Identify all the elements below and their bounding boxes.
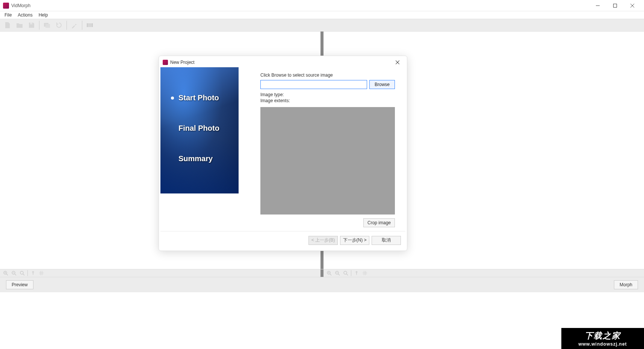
dialog-icon <box>163 60 168 65</box>
toolbar-separator <box>39 21 39 30</box>
grid-icon[interactable] <box>361 270 368 276</box>
svg-point-17 <box>20 271 23 274</box>
window-controls <box>589 0 641 11</box>
toolbar-refresh-icon[interactable] <box>54 20 64 30</box>
svg-rect-7 <box>87 23 93 27</box>
toolbar-images-icon[interactable] <box>42 20 52 30</box>
svg-line-28 <box>338 274 340 275</box>
minimize-button[interactable] <box>589 0 606 11</box>
titlebar: VidMorph <box>0 0 644 11</box>
toolbar-new-icon[interactable] <box>2 20 13 30</box>
lower-toolbar <box>0 269 644 277</box>
toolbar-wrench-icon[interactable] <box>69 20 80 30</box>
image-type-label: Image type: <box>260 92 395 97</box>
svg-line-31 <box>346 274 348 275</box>
svg-rect-6 <box>45 24 50 28</box>
wizard-content: Click Browse to select source image Brow… <box>239 67 405 231</box>
lower-separator <box>351 270 351 276</box>
next-button[interactable]: 下一步(N) > <box>340 236 369 245</box>
instruction-label: Click Browse to select source image <box>260 73 395 78</box>
menu-help[interactable]: Help <box>36 12 51 18</box>
svg-line-15 <box>15 274 16 275</box>
app-title: VidMorph <box>11 3 30 8</box>
close-button[interactable] <box>624 0 641 11</box>
wizard-step-label: Start Photo <box>178 94 219 102</box>
zoom-fit-icon[interactable] <box>342 270 349 276</box>
app-icon <box>3 3 9 9</box>
lower-toolbar-left <box>0 269 320 277</box>
svg-rect-1 <box>614 4 617 7</box>
menubar: File Actions Help <box>0 11 644 19</box>
zoom-fit-icon[interactable] <box>19 270 26 276</box>
preview-button[interactable]: Preview <box>6 280 33 289</box>
pin-icon[interactable] <box>30 270 36 276</box>
lower-toolbar-right <box>324 269 644 277</box>
toolbar-film-icon[interactable] <box>85 20 95 30</box>
toolbar-separator <box>82 21 82 30</box>
wizard-step-summary: Summary <box>160 154 239 163</box>
new-project-dialog: New Project Start Photo Final Photo Summ… <box>159 56 407 251</box>
toolbar-open-icon[interactable] <box>14 20 25 30</box>
bottombar: Preview Morph <box>0 277 644 292</box>
toolbar <box>0 19 644 32</box>
image-extents-label: Image extents: <box>260 98 395 103</box>
dialog-close-button[interactable] <box>392 58 403 66</box>
zoom-in-icon[interactable] <box>326 270 333 276</box>
toolbar-save-icon[interactable] <box>26 20 37 30</box>
svg-line-18 <box>23 274 24 275</box>
maximize-button[interactable] <box>606 0 624 11</box>
browse-button[interactable]: Browse <box>369 80 395 89</box>
zoom-out-icon[interactable] <box>11 270 17 276</box>
dialog-titlebar: New Project <box>160 57 405 67</box>
wizard-step-start: Start Photo <box>160 94 239 102</box>
bullet-icon <box>171 97 174 100</box>
wizard-footer: < 上一步(B) 下一步(N) > 取消 <box>160 231 405 249</box>
watermark: 下载之家 www.windowszj.net <box>561 328 644 349</box>
lower-separator <box>27 270 28 276</box>
svg-line-24 <box>330 274 331 275</box>
wizard-step-label: Summary <box>178 154 213 163</box>
zoom-out-icon[interactable] <box>334 270 341 276</box>
wizard-step-label: Final Photo <box>178 124 219 132</box>
source-path-input[interactable] <box>260 80 367 89</box>
cancel-button[interactable]: 取消 <box>372 236 401 245</box>
menu-file[interactable]: File <box>2 12 15 18</box>
zoom-in-icon[interactable] <box>2 270 9 276</box>
crop-image-button[interactable]: Crop image <box>363 218 395 227</box>
image-preview-area <box>260 107 395 215</box>
svg-point-30 <box>344 271 347 274</box>
lower-divider <box>320 269 324 277</box>
dialog-title: New Project <box>170 60 195 65</box>
menu-actions[interactable]: Actions <box>15 12 35 18</box>
toolbar-separator <box>67 21 67 30</box>
svg-line-11 <box>6 274 8 275</box>
morph-button[interactable]: Morph <box>614 280 638 289</box>
svg-rect-4 <box>30 23 32 24</box>
watermark-url: www.windowszj.net <box>578 341 627 347</box>
svg-rect-8 <box>87 23 88 27</box>
wizard-step-final: Final Photo <box>160 124 239 133</box>
watermark-text: 下载之家 <box>585 330 621 341</box>
wizard-sidebar: Start Photo Final Photo Summary <box>160 67 239 193</box>
pin-icon[interactable] <box>353 270 360 276</box>
back-button: < 上一步(B) <box>308 236 338 245</box>
svg-rect-9 <box>92 23 93 27</box>
grid-icon[interactable] <box>38 270 45 276</box>
